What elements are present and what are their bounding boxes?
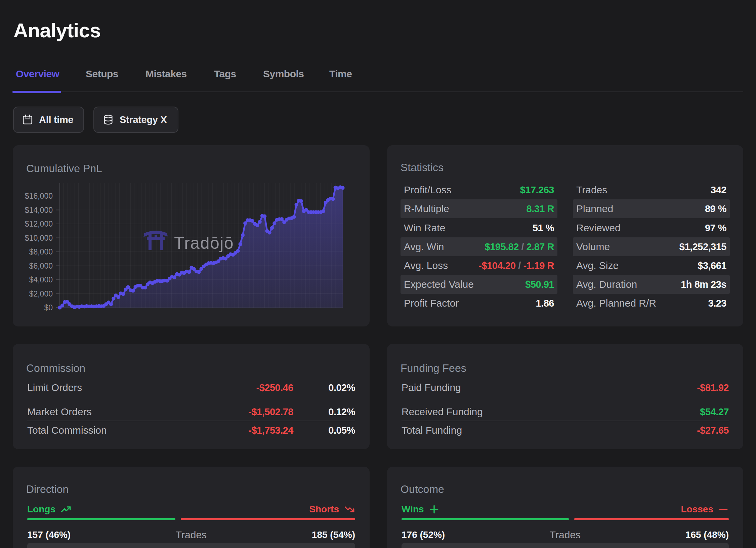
- svg-text:$6,000: $6,000: [29, 262, 53, 270]
- svg-text:$12,000: $12,000: [25, 220, 53, 228]
- svg-text:$2,000: $2,000: [29, 289, 53, 298]
- svg-text:$0: $0: [44, 303, 53, 312]
- svg-text:Tradōjō: Tradōjō: [174, 234, 234, 252]
- svg-text:$16,000: $16,000: [25, 192, 53, 200]
- svg-text:$10,000: $10,000: [25, 234, 53, 242]
- svg-text:$4,000: $4,000: [29, 275, 53, 284]
- svg-text:$14,000: $14,000: [25, 206, 53, 214]
- svg-text:$8,000: $8,000: [29, 247, 53, 256]
